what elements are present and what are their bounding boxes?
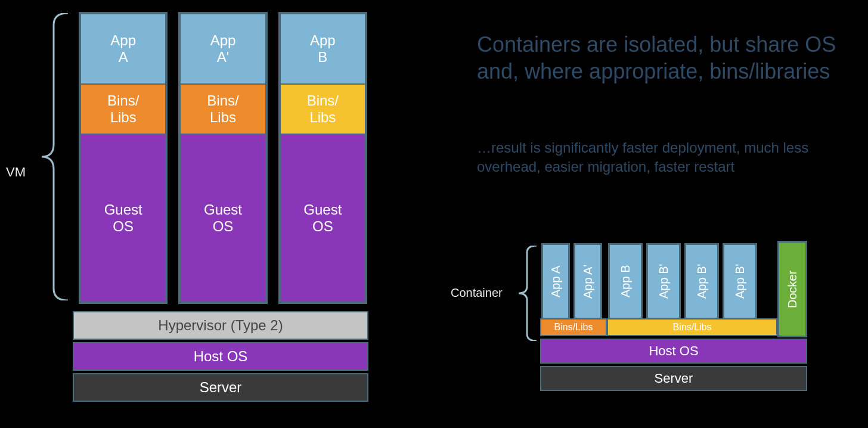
bins-block: Bins/Libs (181, 85, 265, 135)
vm-columns: AppA Bins/Libs GuestOS AppA' Bins/Libs G… (79, 12, 367, 304)
container-group-b: App B App B' App B' App B' (607, 243, 777, 320)
subtext: …result is significantly faster deployme… (477, 138, 847, 177)
bins-block: Bins/Libs (81, 85, 165, 135)
vm-column: AppA Bins/Libs GuestOS (79, 12, 168, 304)
container-stack: App A App A' App B App B' App B' App B' … (540, 242, 807, 391)
app-block: App A (541, 243, 570, 320)
container-side-label: Container (451, 286, 503, 300)
guest-os-block: GuestOS (281, 135, 365, 302)
vm-column: AppB Bins/Libs GuestOS (278, 12, 367, 304)
bins-block: Bins/Libs (540, 318, 607, 336)
vm-base-layers: Hypervisor (Type 2) Host OS Server (73, 309, 368, 402)
app-block: App A' (574, 243, 602, 320)
app-block: App B' (646, 243, 681, 320)
container-apps-row: App A App A' App B App B' App B' App B' … (540, 242, 807, 320)
vm-column: AppA' Bins/Libs GuestOS (178, 12, 267, 304)
container-group-a: App A App A' (540, 243, 607, 320)
app-block: App B' (684, 243, 719, 320)
bins-block: Bins/Libs (281, 85, 365, 135)
hypervisor-layer: Hypervisor (Type 2) (73, 311, 368, 340)
guest-os-block: GuestOS (81, 135, 165, 302)
server-layer: Server (73, 373, 368, 402)
guest-os-block: GuestOS (181, 135, 265, 302)
app-block: AppA (81, 14, 165, 85)
brace-icon (42, 13, 69, 300)
app-block: AppB (281, 14, 365, 85)
server-layer: Server (540, 366, 807, 391)
headline-text: Containers are isolated, but share OS an… (477, 31, 841, 85)
host-os-layer: Host OS (540, 339, 807, 364)
app-block: App B (608, 243, 643, 320)
container-bins-row: Bins/Libs Bins/Libs (540, 318, 807, 336)
app-block: AppA' (181, 14, 265, 85)
host-os-layer: Host OS (73, 342, 368, 371)
bins-block: Bins/Libs (607, 318, 777, 336)
brace-icon (519, 246, 538, 341)
app-block: App B' (723, 243, 757, 320)
docker-block: Docker (777, 241, 807, 337)
vm-side-label: VM (6, 165, 26, 180)
diagram-canvas: VM AppA Bins/Libs GuestOS AppA' Bins/Lib… (0, 0, 868, 428)
